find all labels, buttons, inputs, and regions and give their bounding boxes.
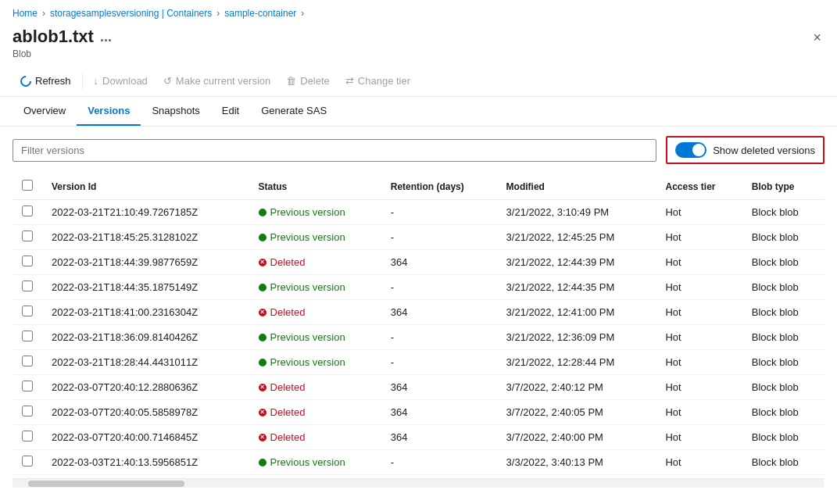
tab-snapshots[interactable]: Snapshots: [141, 97, 210, 126]
horizontal-scrollbar[interactable]: [13, 478, 824, 488]
cell-blob-type: Block blob: [742, 350, 824, 375]
tab-overview[interactable]: Overview: [13, 97, 77, 126]
status-text: Previous version: [270, 356, 345, 368]
tab-versions[interactable]: Versions: [77, 97, 141, 126]
cell-access-tier: Hot: [656, 300, 742, 325]
cell-blob-type: Block blob: [742, 300, 824, 325]
close-button[interactable]: ×: [810, 27, 824, 49]
status-icon-red: [259, 384, 266, 391]
refresh-button[interactable]: Refresh: [13, 70, 79, 91]
row-checkbox-cell: [13, 400, 42, 425]
row-checkbox[interactable]: [22, 381, 33, 391]
table-row: 2022-03-21T18:41:00.2316304ZDeleted3643/…: [13, 300, 824, 325]
cell-blob-type: Block blob: [742, 275, 824, 300]
cell-status: Previous version: [249, 275, 381, 300]
row-checkbox[interactable]: [22, 431, 33, 441]
row-checkbox[interactable]: [22, 256, 33, 266]
cell-blob-type: Block blob: [742, 225, 824, 250]
row-checkbox[interactable]: [22, 356, 33, 366]
status-text: Previous version: [270, 206, 345, 218]
download-button[interactable]: ↓ Download: [86, 70, 156, 91]
col-status: Status: [249, 173, 381, 200]
status-icon-green: [259, 459, 266, 466]
versions-table-container: Version Id Status Retention (days) Modif…: [13, 173, 824, 475]
breadcrumb-home[interactable]: Home: [13, 8, 38, 19]
status-text: Deleted: [270, 431, 306, 443]
cell-access-tier: Hot: [656, 200, 742, 225]
toggle-switch[interactable]: [675, 142, 706, 158]
status-icon-red: [259, 309, 266, 316]
table-row: 2022-03-21T18:44:39.9877659ZDeleted3643/…: [13, 250, 824, 275]
cell-blob-type: Block blob: [742, 400, 824, 425]
table-row: 2022-03-21T18:44:35.1875149ZPrevious ver…: [13, 275, 824, 300]
cell-modified: 3/3/2022, 3:40:13 PM: [497, 450, 656, 475]
row-checkbox-cell: [13, 350, 42, 375]
cell-retention: 364: [381, 425, 497, 450]
cell-version-id: 2022-03-21T18:36:09.8140426Z: [42, 325, 249, 350]
cell-version-id: 2022-03-07T20:40:00.7146845Z: [42, 425, 249, 450]
row-checkbox[interactable]: [22, 306, 33, 316]
row-checkbox-cell: [13, 275, 42, 300]
cell-modified: 3/21/2022, 12:41:00 PM: [497, 300, 656, 325]
cell-access-tier: Hot: [656, 275, 742, 300]
change-tier-button[interactable]: ⇄ Change tier: [338, 70, 418, 91]
row-checkbox[interactable]: [22, 231, 33, 241]
row-checkbox[interactable]: [22, 406, 33, 416]
row-checkbox[interactable]: [22, 331, 33, 341]
col-version-id: Version Id: [42, 173, 249, 200]
cell-status: Deleted: [249, 375, 381, 400]
tab-edit[interactable]: Edit: [211, 97, 250, 126]
cell-version-id: 2022-03-21T18:41:00.2316304Z: [42, 300, 249, 325]
download-icon: ↓: [94, 75, 99, 87]
table-row: 2022-03-21T18:45:25.3128102ZPrevious ver…: [13, 225, 824, 250]
change-tier-icon: ⇄: [345, 75, 354, 87]
page-title-text: ablob1.txt: [13, 27, 94, 47]
table-row: 2022-03-21T18:28:44.4431011ZPrevious ver…: [13, 350, 824, 375]
table-row: 2022-03-21T21:10:49.7267185ZPrevious ver…: [13, 200, 824, 225]
filter-row: Show deleted versions: [13, 136, 824, 164]
status-icon-red: [259, 409, 266, 416]
status-icon-green: [259, 234, 266, 241]
status-text: Deleted: [270, 256, 306, 268]
show-deleted-container: Show deleted versions: [666, 136, 824, 164]
cell-status: Deleted: [249, 300, 381, 325]
status-text: Deleted: [270, 406, 306, 418]
cell-blob-type: Block blob: [742, 250, 824, 275]
cell-blob-type: Block blob: [742, 425, 824, 450]
main-content: Show deleted versions Version Id Status …: [0, 127, 837, 497]
select-all-checkbox[interactable]: [22, 180, 33, 191]
filter-input[interactable]: [13, 139, 656, 162]
cell-access-tier: Hot: [656, 225, 742, 250]
row-checkbox[interactable]: [22, 456, 33, 466]
row-checkbox[interactable]: [22, 206, 33, 216]
status-icon-green: [259, 359, 266, 366]
toolbar: Refresh ↓ Download ↺ Make current versio…: [0, 66, 837, 97]
table-row: 2022-03-07T20:40:00.7146845ZDeleted3643/…: [13, 425, 824, 450]
cell-blob-type: Block blob: [742, 375, 824, 400]
ellipsis-menu[interactable]: ...: [100, 29, 112, 45]
tab-generate-sas[interactable]: Generate SAS: [250, 97, 338, 126]
cell-access-tier: Hot: [656, 350, 742, 375]
table-header-row: Version Id Status Retention (days) Modif…: [13, 173, 824, 200]
breadcrumb-container[interactable]: sample-container: [224, 8, 296, 19]
status-text: Previous version: [270, 281, 345, 293]
status-icon-green: [259, 334, 266, 341]
cell-blob-type: Block blob: [742, 450, 824, 475]
cell-retention: -: [381, 225, 497, 250]
cell-retention: 364: [381, 300, 497, 325]
cell-modified: 3/7/2022, 2:40:00 PM: [497, 425, 656, 450]
breadcrumb-storage[interactable]: storagesamplesversioning | Containers: [50, 8, 212, 19]
row-checkbox-cell: [13, 375, 42, 400]
cell-blob-type: Block blob: [742, 325, 824, 350]
delete-button[interactable]: 🗑 Delete: [278, 70, 338, 91]
cell-retention: -: [381, 450, 497, 475]
cell-version-id: 2022-03-07T20:40:12.2880636Z: [42, 375, 249, 400]
cell-version-id: 2022-03-07T20:40:05.5858978Z: [42, 400, 249, 425]
cell-access-tier: Hot: [656, 425, 742, 450]
cell-access-tier: Hot: [656, 325, 742, 350]
make-current-button[interactable]: ↺ Make current version: [156, 70, 278, 91]
cell-status: Previous version: [249, 200, 381, 225]
row-checkbox[interactable]: [22, 281, 33, 291]
status-text: Previous version: [270, 231, 345, 243]
status-text: Previous version: [270, 456, 345, 468]
